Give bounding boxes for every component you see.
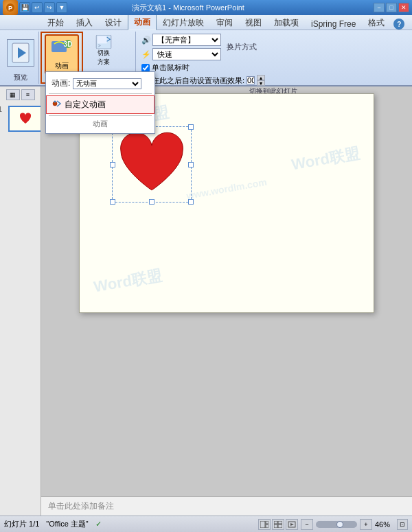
outline-tab-icon[interactable]: ≡ xyxy=(21,89,35,100)
onclick-label: 单击鼠标时 xyxy=(152,62,190,73)
exchange-label: 换片方式 xyxy=(227,42,257,52)
handle-bl[interactable] xyxy=(110,199,115,205)
close-btn[interactable]: ✕ xyxy=(398,3,409,12)
fit-btn[interactable]: ⊡ xyxy=(397,519,408,530)
handle-br[interactable] xyxy=(188,199,194,205)
custom-anim-icon xyxy=(52,99,62,111)
handle-ml[interactable] xyxy=(110,162,115,167)
spelling-check: ✓ xyxy=(95,520,102,529)
status-right: − + 46% ⊡ xyxy=(258,519,408,530)
sound-dropdown[interactable]: 【无声音】 xyxy=(152,34,221,46)
speed-dropdown-row: ⚡ 快速 xyxy=(141,48,221,60)
slide-notes-wrapper: 动画: 无动画 自定义动画 xyxy=(41,86,412,516)
tab-view[interactable]: 视图 xyxy=(239,14,268,30)
dropdown-separator xyxy=(49,93,152,94)
svg-rect-13 xyxy=(266,524,268,528)
custom-anim-item[interactable]: 自定义动画 xyxy=(46,95,154,114)
svg-text:P: P xyxy=(8,5,12,12)
time-down-btn[interactable]: ▼ xyxy=(257,80,265,86)
svg-rect-14 xyxy=(274,521,277,524)
svg-rect-17 xyxy=(278,524,282,528)
slide-thumbnail-1-wrapper: 1 xyxy=(8,106,42,132)
animation-dropdown-panel: 动画: 无动画 自定义动画 xyxy=(45,86,155,134)
office-button[interactable]: P xyxy=(3,0,18,15)
preview-group: 预览 xyxy=(3,32,39,84)
zoom-out-btn[interactable]: − xyxy=(301,519,313,530)
handle-mr[interactable] xyxy=(188,162,194,167)
panel-icons: ▦ ≡ xyxy=(6,89,35,100)
anim-select-row: 动画: 无动画 xyxy=(46,86,154,92)
speed-dropdown[interactable]: 快速 xyxy=(152,48,221,60)
tab-design[interactable]: 设计 xyxy=(99,14,128,30)
reading-view-btn[interactable] xyxy=(286,519,298,530)
maximize-btn[interactable]: □ xyxy=(386,3,397,12)
speed-icon: ⚡ xyxy=(141,50,151,59)
onclick-checkbox-row: 单击鼠标时 xyxy=(141,62,405,73)
save-quick-btn[interactable]: 💾 xyxy=(19,2,30,13)
tab-format[interactable]: 格式 xyxy=(362,14,391,30)
zoom-thumb[interactable] xyxy=(336,521,343,528)
tab-addins[interactable]: 加载项 xyxy=(268,14,305,30)
svg-rect-8 xyxy=(98,36,107,44)
undo-btn[interactable]: ↩ xyxy=(32,2,43,13)
heart-shape[interactable] xyxy=(117,132,186,197)
title-bar: P 💾 ↩ ↪ ▼ 演示文稿1 - Microsoft PowerPoint −… xyxy=(0,0,412,15)
svg-rect-15 xyxy=(278,521,282,524)
dropdown-separator-2 xyxy=(49,115,152,116)
svg-rect-16 xyxy=(274,524,277,528)
tab-insert[interactable]: 插入 xyxy=(70,14,99,30)
status-bar: 幻灯片 1/1 "Office 主题" ✓ xyxy=(0,516,412,532)
zoom-slider[interactable] xyxy=(316,521,357,528)
preview-label: 预览 xyxy=(14,73,27,82)
slide-panel: ▦ ≡ 1 xyxy=(0,86,41,516)
tab-animation[interactable]: 动画 xyxy=(128,14,157,30)
watermark-2: Word联盟 xyxy=(290,143,361,176)
help-btn[interactable]: ? xyxy=(393,19,404,30)
extra-qa-btn[interactable]: ▼ xyxy=(56,2,67,13)
svg-text:3D: 3D xyxy=(64,41,72,48)
slide-number-label: 1 xyxy=(0,106,2,113)
preview-group-content xyxy=(7,33,34,73)
switch-to-slide-group: 🔊 【无声音】 ⚡ 快速 换片方式 xyxy=(137,32,409,84)
zoom-level: 46% xyxy=(375,520,394,529)
slidesorter-view-btn[interactable] xyxy=(272,519,284,530)
switch-scheme-button[interactable]: 切换方案 xyxy=(89,33,119,69)
quick-access-toolbar: P 💾 ↩ ↪ ▼ xyxy=(0,0,67,15)
tab-start[interactable]: 开始 xyxy=(41,14,70,30)
svg-point-10 xyxy=(54,101,56,103)
tab-review[interactable]: 审阅 xyxy=(210,14,239,30)
app-content: ▦ ≡ 1 动画: 无动画 xyxy=(0,86,412,516)
notes-area[interactable]: 单击此处添加备注 xyxy=(41,496,412,516)
normal-view-btn[interactable] xyxy=(258,519,271,530)
notes-placeholder: 单击此处添加备注 xyxy=(48,500,114,512)
onclick-checkbox[interactable] xyxy=(141,64,150,72)
view-buttons xyxy=(258,519,298,530)
time-up-btn[interactable]: ▲ xyxy=(257,75,265,80)
handle-bm[interactable] xyxy=(149,199,154,205)
redo-btn[interactable]: ↪ xyxy=(44,2,55,13)
anim-dropdown-label: 动画: xyxy=(52,86,70,89)
handle-tr[interactable] xyxy=(188,124,194,130)
anim-dropdown-select[interactable]: 无动画 xyxy=(73,86,141,89)
slide-thumbnail-1[interactable] xyxy=(8,106,42,132)
tab-ispring[interactable]: iSpring Free xyxy=(305,16,362,30)
app-window: P 💾 ↩ ↪ ▼ 演示文稿1 - Microsoft PowerPoint −… xyxy=(0,0,412,532)
animation-button[interactable]: 3D 动画 xyxy=(45,34,79,74)
switch-to-slide-content: 🔊 【无声音】 ⚡ 快速 换片方式 xyxy=(141,33,405,86)
time-input[interactable] xyxy=(247,76,255,84)
minimize-btn[interactable]: − xyxy=(374,3,385,12)
watermark-url: www.wordlm.com xyxy=(185,176,267,201)
theme-name: "Office 主题" xyxy=(46,519,88,529)
sound-icon: 🔊 xyxy=(141,36,151,45)
watermark-3: Word联盟 xyxy=(92,266,163,298)
slides-tab-icon[interactable]: ▦ xyxy=(6,89,20,100)
animation-btn-label: 动画 xyxy=(55,61,69,71)
animation-icon: 3D xyxy=(52,38,72,60)
tab-slideshow[interactable]: 幻灯片放映 xyxy=(157,14,210,30)
slide-edit-area[interactable]: Word联盟 Word联盟 Word联盟 www.wordlm.com xyxy=(41,86,412,496)
preview-button[interactable] xyxy=(7,39,34,67)
zoom-in-btn[interactable]: + xyxy=(360,519,372,530)
switch-label: 切换方案 xyxy=(98,49,110,67)
ribbon-tabs: 开始 插入 设计 动画 幻灯片放映 审阅 视图 加载项 iSpring Free… xyxy=(0,15,412,30)
slide-info: 幻灯片 1/1 xyxy=(4,519,39,529)
